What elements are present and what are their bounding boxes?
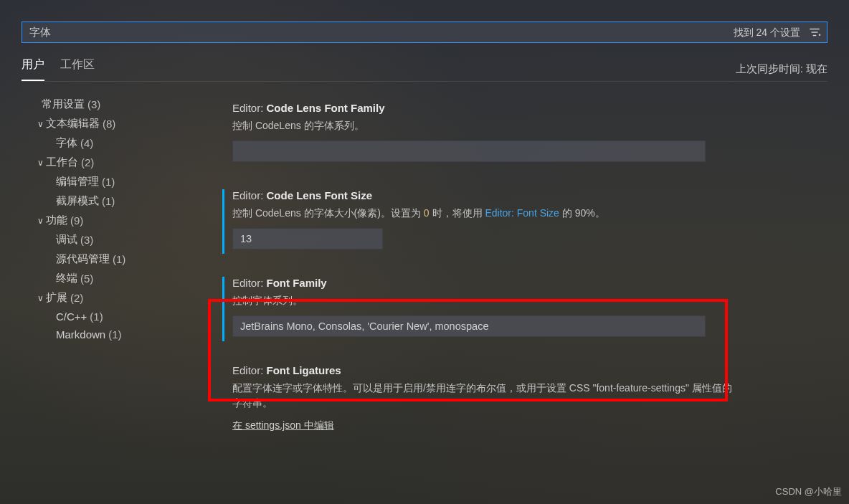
header-row: 用户 工作区 上次同步时间: 现在 [22,57,827,82]
last-sync-label: 上次同步时间: 现在 [736,62,827,76]
modified-indicator [222,277,224,341]
chevron-down-icon: ∨ [34,158,46,168]
inline-code: 0 [424,207,430,219]
chevron-down-icon: ∨ [34,293,46,303]
sidebar-item-label: 功能 [46,214,67,227]
sidebar-item-extensions[interactable]: ∨ 扩展 (2) [22,288,179,308]
sidebar-item-markdown[interactable]: Markdown (1) [22,325,179,343]
setting-name: Code Lens Font Family [267,102,385,114]
sidebar-item-count: (2) [70,292,83,304]
sidebar-item-label: 工作台 [46,156,78,169]
chevron-down-icon: ∨ [34,216,46,226]
watermark: CSDN @小哈里 [775,485,842,498]
setting-title: Editor: Code Lens Font Family [232,102,739,114]
setting-prefix: Editor: [232,102,263,114]
sidebar-item-label: 编辑管理 [56,175,99,189]
sidebar-item-label: 终端 [56,272,77,285]
sidebar-item-count: (4) [80,137,93,149]
sidebar-item-label: C/C++ [56,310,87,323]
edit-in-json-row: 在 settings.json 中编辑 [232,418,734,433]
sidebar-item-count: (3) [80,234,93,246]
sidebar-item-label: 源代码管理 [56,252,110,266]
sidebar-item-label: 截屏模式 [56,194,99,208]
sidebar-item-count: (1) [108,328,121,341]
filter-icon[interactable] [807,26,822,39]
sidebar-item-editor-mgmt[interactable]: 编辑管理 (1) [22,172,179,191]
setting-font-ligatures: Editor: Font Ligatures 配置字体连字或字体特性。可以是用于… [222,357,739,457]
sidebar-item-count: (1) [113,253,125,265]
setting-font-family: Editor: Font Family 控制字体系列。 [222,270,739,354]
codelens-font-family-input[interactable] [232,141,706,162]
search-result-count: 找到 24 个设置 [734,22,800,43]
sidebar-item-label: Markdown [56,328,105,341]
settings-content: Editor: Code Lens Font Family 控制 CodeLen… [186,95,827,498]
editor-font-size-link[interactable]: Editor: Font Size [485,207,559,219]
sidebar-item-label: 文本编辑器 [46,117,100,130]
sidebar-item-common[interactable]: 常用设置 (3) [22,95,179,114]
chevron-down-icon: ∨ [34,119,46,129]
setting-title: Editor: Font Family [232,277,739,289]
modified-indicator [222,189,224,254]
setting-desc: 控制 CodeLens 的字体系列。 [232,118,734,133]
settings-tabs: 用户 工作区 [22,57,95,81]
setting-name: Code Lens Font Size [267,189,373,201]
tab-workspace[interactable]: 工作区 [60,57,95,81]
setting-prefix: Editor: [232,364,263,376]
codelens-font-size-input[interactable] [232,228,383,249]
tab-user[interactable]: 用户 [22,57,44,81]
sidebar-item-count: (1) [102,176,115,188]
font-family-input[interactable] [232,315,706,337]
setting-name: Font Family [267,277,327,289]
sidebar-item-count: (8) [103,118,115,130]
setting-prefix: Editor: [232,277,263,289]
sidebar-item-debug[interactable]: 调试 (3) [22,230,179,249]
sidebar-item-count: (9) [70,214,83,227]
sidebar-item-scm[interactable]: 源代码管理 (1) [22,249,179,269]
sidebar-item-label: 调试 [56,233,77,247]
sidebar-item-count: (5) [80,272,93,285]
setting-desc: 配置字体连字或字体特性。可以是用于启用/禁用连字的布尔值，或用于设置 CSS "… [232,381,734,411]
settings-sidebar: 常用设置 (3) ∨ 文本编辑器 (8) 字体 (4) ∨ 工作台 (2) 编辑… [22,95,186,498]
setting-prefix: Editor: [232,189,263,201]
sidebar-item-count: (1) [90,310,103,323]
setting-name: Font Ligatures [267,364,341,376]
setting-title: Editor: Font Ligatures [232,364,739,376]
sidebar-item-screencast[interactable]: 截屏模式 (1) [22,191,179,211]
setting-desc: 控制 CodeLens 的字体大小(像素)。设置为 0 时，将使用 Editor… [232,206,734,221]
sidebar-item-workbench[interactable]: ∨ 工作台 (2) [22,153,179,172]
sidebar-item-count: (1) [102,195,115,207]
sidebar-item-label: 扩展 [46,291,67,305]
setting-desc: 控制字体系列。 [232,293,734,308]
sidebar-item-features[interactable]: ∨ 功能 (9) [22,211,179,230]
sidebar-item-text-editor[interactable]: ∨ 文本编辑器 (8) [22,114,179,133]
sidebar-item-label: 常用设置 [42,98,85,111]
search-result-meta: 找到 24 个设置 [734,22,822,43]
search-row: 找到 24 个设置 [22,22,827,43]
sidebar-item-count: (3) [87,98,100,110]
sidebar-item-label: 字体 [56,136,77,150]
setting-codelens-font-size: Editor: Code Lens Font Size 控制 CodeLens … [222,182,739,267]
sidebar-item-font[interactable]: 字体 (4) [22,133,179,153]
setting-title: Editor: Code Lens Font Size [232,189,739,201]
setting-codelens-font-family: Editor: Code Lens Font Family 控制 CodeLen… [222,95,739,179]
sidebar-item-cpp[interactable]: C/C++ (1) [22,308,179,325]
sidebar-item-terminal[interactable]: 终端 (5) [22,269,179,288]
sidebar-item-count: (2) [81,156,94,168]
edit-in-settings-json-link[interactable]: 在 settings.json 中编辑 [232,419,334,431]
search-input[interactable] [22,22,827,43]
